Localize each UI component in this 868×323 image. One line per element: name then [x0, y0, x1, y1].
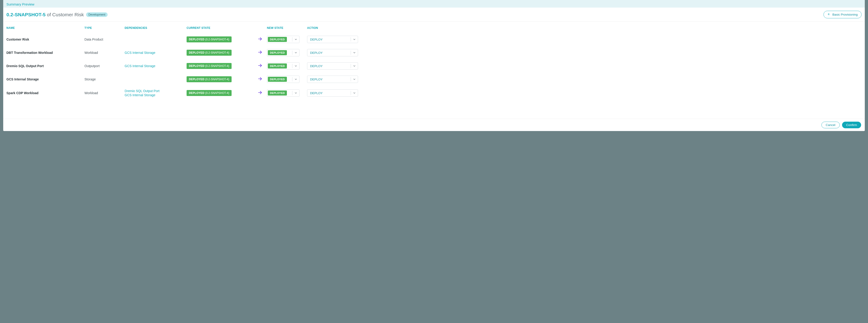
- summary-preview-label: Summary Preview: [6, 2, 34, 6]
- chevron-down-icon[interactable]: [292, 78, 299, 81]
- row-current-state: DEPLOYED (0.2-SNAPSHOT-4): [187, 63, 253, 69]
- new-state-select[interactable]: DEPLOYED: [267, 76, 300, 83]
- current-state-badge: DEPLOYED (0.2-SNAPSHOT-4): [187, 76, 231, 82]
- provisioning-modal: Summary Preview 0.2-SNAPSHOT-5 of Custom…: [3, 0, 865, 131]
- col-action: ACTION: [307, 26, 359, 30]
- col-name: NAME: [6, 26, 85, 30]
- action-select[interactable]: DEPLOY: [307, 76, 358, 83]
- action-select[interactable]: DEPLOY: [307, 62, 358, 70]
- table-row: GCS Internal Storage Storage DEPLOYED (0…: [6, 73, 862, 86]
- arrow-right-icon: [253, 76, 267, 82]
- row-type: Storage: [85, 77, 125, 81]
- row-current-state: DEPLOYED (0.2-SNAPSHOT-4): [187, 76, 253, 82]
- action-select[interactable]: DEPLOY: [307, 89, 358, 97]
- chevron-down-icon[interactable]: [292, 92, 299, 95]
- row-dependencies: GCS Internal Storage: [125, 50, 187, 55]
- chevron-down-icon[interactable]: [292, 51, 299, 54]
- row-current-state: DEPLOYED (0.2-SNAPSHOT-4): [187, 90, 253, 96]
- dependency-link[interactable]: GCS Internal Storage: [125, 64, 187, 68]
- cancel-button[interactable]: Cancel: [822, 122, 840, 128]
- row-type: Outputport: [85, 64, 125, 68]
- row-type: Workload: [85, 51, 125, 55]
- col-current: CURRENT STATE: [187, 26, 253, 30]
- page-title: 0.2-SNAPSHOT-5 of Customer Risk: [6, 12, 84, 17]
- arrow-right-icon: [253, 50, 267, 56]
- action-label: DEPLOY: [307, 78, 351, 81]
- row-action: DEPLOY: [307, 36, 359, 43]
- current-state-badge: DEPLOYED (0.2-SNAPSHOT-4): [187, 50, 231, 56]
- current-state-badge: DEPLOYED (0.2-SNAPSHOT-4): [187, 90, 231, 96]
- row-dependencies: Dremio SQL Output PortGCS Internal Stora…: [125, 89, 187, 97]
- table-header: NAME TYPE DEPENDENCIES CURRENT STATE NEW…: [6, 24, 862, 33]
- row-dependencies: GCS Internal Storage: [125, 64, 187, 68]
- action-label: DEPLOY: [307, 51, 351, 55]
- confirm-button[interactable]: Confirm: [842, 122, 861, 128]
- row-type: Workload: [85, 91, 125, 95]
- new-state-badge: DEPLOYED: [268, 64, 287, 69]
- env-badge: Development: [86, 12, 107, 17]
- new-state-select[interactable]: DEPLOYED: [267, 89, 300, 97]
- new-state-select[interactable]: DEPLOYED: [267, 62, 300, 70]
- row-new-state: DEPLOYED: [267, 49, 307, 56]
- current-state-badge: DEPLOYED (0.2-SNAPSHOT-4): [187, 63, 231, 69]
- chevron-down-icon[interactable]: [351, 78, 358, 81]
- provisioning-table: NAME TYPE DEPENDENCIES CURRENT STATE NEW…: [3, 22, 865, 119]
- new-state-badge: DEPLOYED: [268, 77, 287, 82]
- row-action: DEPLOY: [307, 89, 359, 97]
- col-type: TYPE: [85, 26, 125, 30]
- chevron-down-icon[interactable]: [351, 64, 358, 68]
- table-row: Spark CDP Workload Workload Dremio SQL O…: [6, 86, 862, 100]
- row-action: DEPLOY: [307, 62, 359, 70]
- modal-footer: Cancel Confirm: [3, 119, 865, 131]
- current-state-badge: DEPLOYED (0.2-SNAPSHOT-4): [187, 36, 231, 42]
- new-state-badge: DEPLOYED: [268, 37, 287, 42]
- row-name: Dremio SQL Output Port: [6, 64, 85, 68]
- title-product: of Customer Risk: [45, 12, 84, 17]
- basic-provisioning-button[interactable]: Basic Provisioning: [824, 11, 862, 18]
- chevron-down-icon[interactable]: [292, 38, 299, 41]
- action-select[interactable]: DEPLOY: [307, 36, 358, 43]
- action-label: DEPLOY: [307, 92, 351, 95]
- chevron-down-icon[interactable]: [351, 92, 358, 95]
- row-new-state: DEPLOYED: [267, 76, 307, 83]
- col-newstate: NEW STATE: [267, 26, 307, 30]
- row-new-state: DEPLOYED: [267, 36, 307, 43]
- new-state-badge: DEPLOYED: [268, 50, 287, 55]
- row-type: Data Product: [85, 38, 125, 41]
- modal-header: 0.2-SNAPSHOT-5 of Customer Risk Developm…: [3, 7, 865, 22]
- col-deps: DEPENDENCIES: [125, 26, 187, 30]
- row-action: DEPLOY: [307, 49, 359, 56]
- chevron-down-icon[interactable]: [292, 64, 299, 68]
- row-current-state: DEPLOYED (0.2-SNAPSHOT-4): [187, 36, 253, 42]
- row-action: DEPLOY: [307, 76, 359, 83]
- title-version: 0.2-SNAPSHOT-5: [6, 12, 45, 17]
- chevron-down-icon[interactable]: [351, 51, 358, 54]
- dependency-link[interactable]: GCS Internal Storage: [125, 93, 187, 97]
- new-state-badge: DEPLOYED: [268, 91, 287, 96]
- action-select[interactable]: DEPLOY: [307, 49, 358, 56]
- new-state-select[interactable]: DEPLOYED: [267, 49, 300, 56]
- arrow-right-icon: [253, 90, 267, 96]
- action-label: DEPLOY: [307, 64, 351, 68]
- dependency-link[interactable]: Dremio SQL Output Port: [125, 89, 187, 93]
- chevron-down-icon[interactable]: [351, 38, 358, 41]
- row-name: GCS Internal Storage: [6, 77, 85, 81]
- action-label: DEPLOY: [307, 38, 351, 41]
- table-row: DBT Transformation Workload Workload GCS…: [6, 46, 862, 59]
- row-new-state: DEPLOYED: [267, 62, 307, 70]
- table-row: Customer Risk Data Product DEPLOYED (0.2…: [6, 33, 862, 46]
- new-state-select[interactable]: DEPLOYED: [267, 36, 300, 43]
- arrow-left-icon: [827, 12, 831, 16]
- summary-preview-bar: Summary Preview: [3, 0, 865, 7]
- table-row: Dremio SQL Output Port Outputport GCS In…: [6, 59, 862, 73]
- arrow-right-icon: [253, 63, 267, 69]
- dependency-link[interactable]: GCS Internal Storage: [125, 50, 187, 55]
- basic-provisioning-label: Basic Provisioning: [832, 13, 858, 16]
- row-name: Spark CDP Workload: [6, 91, 85, 95]
- row-new-state: DEPLOYED: [267, 89, 307, 97]
- arrow-right-icon: [253, 37, 267, 42]
- row-name: DBT Transformation Workload: [6, 51, 85, 55]
- row-name: Customer Risk: [6, 38, 85, 41]
- row-current-state: DEPLOYED (0.2-SNAPSHOT-4): [187, 50, 253, 56]
